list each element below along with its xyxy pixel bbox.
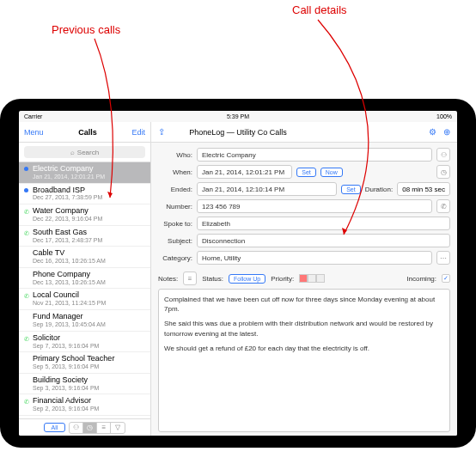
filter-all-button[interactable]: All [44, 423, 66, 432]
empty-marker [24, 251, 29, 256]
view-segment[interactable]: ⚇ ◷ ≡ ▽ [69, 422, 125, 434]
gear-icon[interactable]: ⚙ [429, 127, 436, 137]
seg-down-icon[interactable]: ▽ [111, 423, 125, 433]
priority-swatch[interactable] [299, 274, 325, 283]
item-date: Dec 17, 2013, 2:48:37 PM [33, 237, 145, 244]
item-name: Solicitor [33, 334, 145, 343]
seg-contact-icon[interactable]: ⚇ [70, 423, 83, 433]
detail-title: PhoneLog — Utility Co Calls [189, 128, 287, 137]
item-name: Financial Advisor [33, 397, 145, 406]
followup-button[interactable]: Follow Up [229, 274, 265, 284]
item-name: Water Company [33, 207, 145, 216]
item-date: Sep 2, 2013, 9:16:04 PM [33, 406, 145, 412]
detail-panel: ⇪ PhoneLog — Utility Co Calls ⚙ ⊕ Who: E… [151, 122, 457, 436]
item-date: Dec 13, 2013, 10:26:15 AM [33, 279, 145, 286]
list-item[interactable]: Building SocietySep 3, 2013, 9:16:04 PM [19, 374, 150, 395]
item-date: Dec 27, 2013, 7:38:59 PM [33, 194, 145, 201]
empty-marker [24, 314, 29, 320]
sidebar: Menu Calls Edit ⌕ Search Electric Compan… [19, 122, 151, 436]
edit-button[interactable]: Edit [131, 128, 145, 137]
duration-label: Duration: [365, 186, 393, 193]
when-field[interactable]: Jan 21, 2014, 12:01:21 PM [197, 165, 292, 179]
notes-textarea[interactable]: Complained that we have been cut off now… [158, 289, 450, 432]
subject-field[interactable]: Disconnection [197, 234, 450, 247]
status-bar: Carrier 5:39 PM 100% [19, 111, 457, 122]
when-set-button[interactable]: Set [296, 168, 316, 177]
phone-marker-icon: ✆ [24, 336, 29, 341]
search-placeholder: Search [77, 149, 99, 156]
list-item[interactable]: ✆SolicitorSep 7, 2013, 9:16:04 PM [19, 332, 150, 353]
duration-value: 08 min 53 sec [397, 182, 450, 196]
phone-icon[interactable]: ✆ [436, 199, 450, 213]
bottom-toolbar: All ⚇ ◷ ≡ ▽ [19, 418, 150, 436]
notes-expand-icon[interactable]: ≡ [183, 272, 197, 285]
list-item[interactable]: Medical InsuranceSep 1, 2013, 9:16:04 PM [19, 416, 150, 418]
notes-label: Notes: [158, 275, 178, 283]
battery-label: 100% [436, 113, 452, 119]
empty-marker [24, 357, 29, 362]
when-now-button[interactable]: Now [320, 168, 343, 177]
item-name: Electric Company [33, 165, 145, 174]
search-input[interactable]: ⌕ Search [24, 146, 145, 158]
item-date: Sep 3, 2013, 9:16:04 PM [33, 385, 145, 392]
list-item[interactable]: Fund ManagerSep 19, 2013, 10:45:04 AM [19, 310, 150, 332]
who-label: Who: [158, 151, 192, 159]
unread-dot-icon [24, 188, 28, 192]
spoke-field[interactable]: Elizabeth [197, 217, 450, 230]
list-item[interactable]: ✆Financial AdvisorSep 2, 2013, 9:16:04 P… [19, 394, 150, 416]
annotation-call-details: Call details [292, 3, 347, 16]
item-date: Nov 21, 2013, 11:24:15 PM [33, 300, 145, 307]
list-item[interactable]: ✆South East GasDec 17, 2013, 2:48:37 PM [19, 226, 150, 247]
call-list[interactable]: Electric CompanyJan 21, 2014, 12:01:21 P… [19, 162, 150, 418]
list-item[interactable]: Cable TVDec 16, 2013, 10:26:15 AM [19, 247, 150, 268]
unread-dot-icon [24, 167, 28, 171]
tablet-screen: Carrier 5:39 PM 100% Menu Calls Edit ⌕ S… [19, 111, 457, 436]
item-name: South East Gas [33, 229, 145, 237]
incoming-checkbox[interactable]: ✓ [442, 274, 450, 283]
when-label: When: [158, 168, 192, 176]
item-name: Fund Manager [33, 313, 145, 321]
item-date: Sep 7, 2013, 9:16:04 PM [33, 343, 145, 350]
status-label: Status: [202, 275, 223, 283]
item-name: Cable TV [33, 249, 145, 258]
empty-marker [24, 272, 29, 278]
list-item[interactable]: Phone CompanyDec 13, 2013, 10:26:15 AM [19, 268, 150, 290]
menu-button[interactable]: Menu [24, 128, 44, 137]
item-date: Dec 22, 2013, 9:16:04 PM [33, 216, 145, 223]
number-field[interactable]: 123 456 789 [197, 199, 432, 213]
spoke-label: Spoke to: [158, 220, 192, 228]
phone-marker-icon: ✆ [24, 293, 29, 298]
seg-list-icon[interactable]: ≡ [97, 423, 111, 433]
ended-label: Ended: [158, 186, 192, 193]
seg-clock-icon[interactable]: ◷ [83, 423, 97, 433]
phone-marker-icon: ✆ [24, 230, 29, 235]
item-date: Dec 16, 2013, 10:26:15 AM [33, 258, 145, 265]
priority-label: Priority: [271, 275, 294, 283]
who-field[interactable]: Electric Company [197, 148, 432, 162]
empty-marker [24, 378, 29, 383]
item-date: Sep 5, 2013, 9:16:04 PM [33, 363, 145, 370]
phone-marker-icon: ✆ [24, 209, 29, 214]
carrier-label: Carrier [24, 113, 42, 119]
add-icon[interactable]: ⊕ [443, 127, 450, 137]
list-item[interactable]: Primary School TeacherSep 5, 2013, 9:16:… [19, 352, 150, 374]
sidebar-title: Calls [78, 128, 97, 137]
number-label: Number: [158, 203, 192, 211]
list-item[interactable]: Broadband ISPDec 27, 2013, 7:38:59 PM [19, 184, 150, 205]
contact-icon[interactable]: ⚇ [436, 148, 450, 162]
item-date: Jan 21, 2014, 12:01:21 PM [33, 174, 145, 180]
list-item[interactable]: ✆Local CouncilNov 21, 2013, 11:24:15 PM [19, 289, 150, 310]
phone-marker-icon: ✆ [24, 399, 29, 404]
share-icon[interactable]: ⇪ [158, 127, 165, 137]
ended-field[interactable]: Jan 21, 2014, 12:10:14 PM [197, 182, 337, 196]
status-time: 5:39 PM [227, 113, 249, 119]
category-field[interactable]: Home, Utility [197, 251, 432, 265]
subject-label: Subject: [158, 237, 192, 245]
ended-set-button[interactable]: Set [341, 185, 361, 194]
timer-icon[interactable]: ◷ [436, 165, 450, 179]
incoming-label: Incoming: [406, 275, 436, 283]
annotation-previous-calls: Previous calls [52, 23, 120, 36]
category-more-icon[interactable]: ⋯ [436, 251, 450, 265]
list-item[interactable]: ✆Water CompanyDec 22, 2013, 9:16:04 PM [19, 204, 150, 226]
list-item[interactable]: Electric CompanyJan 21, 2014, 12:01:21 P… [19, 162, 150, 184]
